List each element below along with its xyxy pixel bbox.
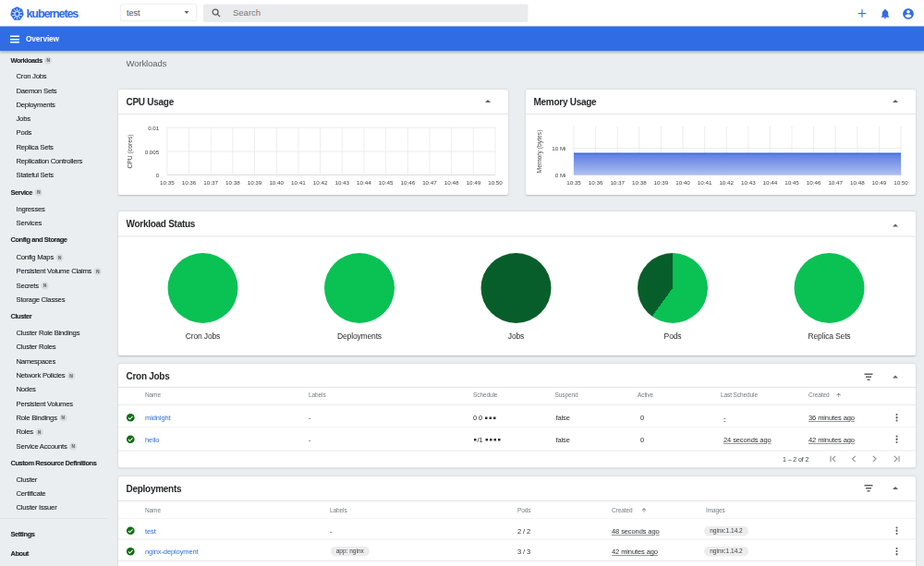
svg-text:10:49: 10:49 [872,179,887,186]
svg-text:10:43: 10:43 [334,179,349,186]
svg-text:10:36: 10:36 [589,179,603,186]
svg-text:10:37: 10:37 [610,179,625,186]
svg-text:10:46: 10:46 [400,179,415,186]
svg-text:10:38: 10:38 [632,179,647,186]
svg-text:10:36: 10:36 [182,179,197,186]
svg-text:10:46: 10:46 [807,179,821,186]
svg-text:CPU (cores): CPU (cores) [127,134,134,168]
svg-text:10:44: 10:44 [357,179,371,186]
svg-text:10:47: 10:47 [828,179,843,186]
svg-text:10:41: 10:41 [291,179,306,186]
svg-text:10:41: 10:41 [698,179,712,186]
svg-text:10:45: 10:45 [784,179,799,186]
svg-text:10:49: 10:49 [466,179,480,186]
svg-text:10:44: 10:44 [763,179,778,186]
svg-text:10:50: 10:50 [488,179,503,186]
svg-text:10:40: 10:40 [675,179,690,186]
svg-text:10:45: 10:45 [379,179,394,186]
svg-text:10:47: 10:47 [422,179,437,186]
svg-text:10:39: 10:39 [248,179,262,186]
svg-text:10 Mi: 10 Mi [552,145,565,151]
svg-text:0.01: 0.01 [148,125,160,131]
svg-text:0 Mi: 0 Mi [555,172,566,178]
svg-text:10:48: 10:48 [850,179,865,186]
svg-text:10:38: 10:38 [225,179,240,186]
svg-text:0: 0 [156,172,160,178]
svg-text:10:37: 10:37 [203,179,218,186]
svg-text:10:39: 10:39 [654,179,669,186]
svg-text:10:35: 10:35 [566,179,581,186]
svg-text:Memory (bytes): Memory (bytes) [536,130,543,174]
svg-text:10:35: 10:35 [160,179,175,186]
svg-text:10:40: 10:40 [269,179,284,186]
svg-text:0.005: 0.005 [145,149,160,155]
svg-text:10:43: 10:43 [741,179,756,186]
svg-text:10:42: 10:42 [719,179,734,186]
svg-text:10:50: 10:50 [894,179,908,186]
svg-text:10:48: 10:48 [444,179,459,186]
svg-text:10:42: 10:42 [313,179,328,186]
